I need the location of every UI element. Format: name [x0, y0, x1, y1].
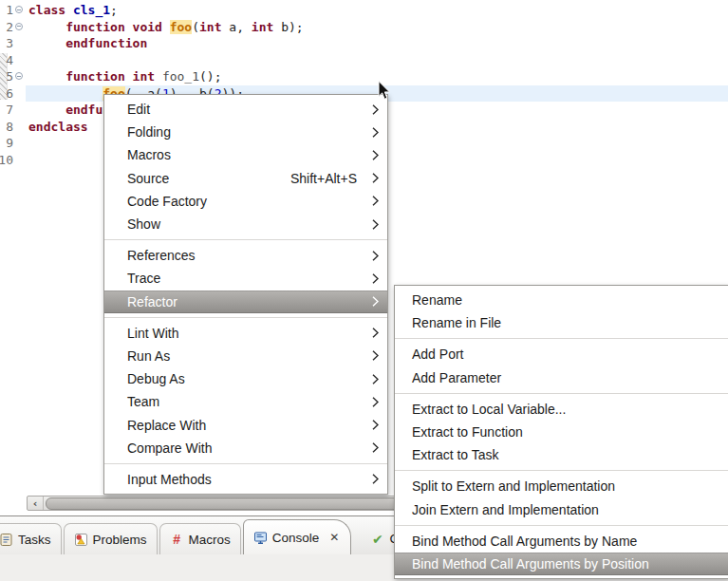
menu-item-edit[interactable]: Edit	[104, 98, 387, 121]
menu-separator	[395, 525, 728, 526]
menu-item-add-port[interactable]: Add Port	[395, 343, 728, 365]
close-icon[interactable]: ✕	[329, 532, 339, 543]
gutter-row: 8	[0, 119, 26, 136]
code-token: class	[28, 3, 73, 17]
tab-macros[interactable]: #Macros	[159, 523, 241, 554]
line-number: 10	[0, 152, 13, 169]
menu-item-folding[interactable]: Folding	[104, 121, 387, 143]
menu-item-label: Folding	[127, 124, 171, 140]
code-token: cls_1	[73, 3, 110, 17]
menu-item-compare-with[interactable]: Compare With	[104, 437, 387, 459]
menu-item-macros[interactable]: Macros	[104, 143, 387, 166]
code-line[interactable]: class cls_1;	[28, 2, 728, 19]
code-token: function int	[65, 69, 162, 84]
menu-item-split-to-extern-and-implementation[interactable]: Split to Extern and Implementation	[395, 475, 728, 497]
check-glyph: ✔	[372, 532, 383, 547]
submenu-arrow-icon	[372, 104, 379, 115]
menu-separator	[395, 470, 728, 471]
menu-item-extract-to-task[interactable]: Extract to Task	[395, 443, 728, 466]
menu-item-input-methods[interactable]: Input Methods	[104, 468, 387, 491]
menu-item-label: Debug As	[127, 371, 185, 386]
menu-item-label: Bind Method Call Arguments by Name	[412, 534, 637, 549]
menu-item-label: References	[127, 248, 196, 263]
code-token	[28, 103, 65, 117]
tab-label: Tasks	[18, 533, 51, 547]
code-line[interactable]: endfunction	[28, 35, 728, 52]
fold-marker-icon[interactable]	[15, 72, 23, 80]
refactor-submenu: RenameRename in FileAdd PortAdd Paramete…	[394, 285, 728, 579]
menu-item-label: Team	[127, 394, 159, 409]
menu-item-show[interactable]: Show	[104, 213, 387, 235]
menu-item-join-extern-and-implementation[interactable]: Join Extern and Implementation	[395, 498, 728, 521]
gutter-row: 10	[0, 152, 26, 169]
menu-item-bind-method-call-arguments-by-name[interactable]: Bind Method Call Arguments by Name	[395, 530, 728, 553]
tab-tasks[interactable]: Tasks	[0, 523, 62, 554]
menu-item-label: Add Parameter	[412, 370, 501, 385]
code-token	[28, 20, 65, 34]
gutter-row: 9	[0, 135, 26, 152]
submenu-arrow-icon	[372, 374, 379, 384]
line-number: 3	[6, 35, 13, 52]
menu-item-label: Show	[127, 216, 160, 232]
menu-item-source[interactable]: SourceShift+Alt+S	[104, 167, 387, 190]
fold-marker-icon[interactable]	[15, 6, 23, 13]
menu-item-refactor[interactable]: Refactor	[104, 290, 387, 313]
ide-window: 12345678910 class cls_1; function void f…	[0, 0, 728, 581]
gutter-row: 5	[0, 68, 26, 85]
menu-item-debug-as[interactable]: Debug As	[104, 367, 387, 390]
line-number: 9	[6, 135, 13, 152]
code-token: a,	[222, 20, 252, 34]
code-line[interactable]	[28, 52, 728, 69]
menu-item-extract-to-local-variable[interactable]: Extract to Local Variable...	[395, 398, 728, 421]
code-token	[28, 69, 65, 84]
menu-item-trace[interactable]: Trace	[104, 267, 387, 290]
menu-item-code-factory[interactable]: Code Factory	[104, 190, 387, 213]
menu-item-run-as[interactable]: Run As	[104, 345, 387, 367]
menu-item-add-parameter[interactable]: Add Parameter	[395, 366, 728, 389]
tab-console[interactable]: Console✕	[243, 519, 352, 554]
problems-icon	[74, 533, 88, 547]
menu-item-references[interactable]: References	[104, 244, 387, 267]
menu-item-team[interactable]: Team	[104, 390, 387, 413]
menu-item-label: Run As	[127, 348, 170, 364]
submenu-arrow-icon	[372, 196, 379, 206]
tab-problems[interactable]: Problems	[64, 523, 158, 554]
submenu-arrow-icon	[372, 273, 379, 284]
gutter-row: 1	[0, 2, 26, 19]
menu-item-label: Trace	[127, 271, 160, 286]
console-icon	[253, 531, 268, 545]
gutter-row: 6	[0, 85, 26, 103]
menu-item-label: Replace With	[127, 418, 206, 433]
code-line[interactable]: function void foo(int a, int b);	[28, 19, 728, 36]
submenu-arrow-icon	[372, 219, 379, 230]
gutter-row: 2	[0, 19, 26, 36]
menu-item-label: Rename in File	[412, 315, 501, 330]
menu-item-label: Source	[127, 171, 169, 186]
fold-marker-icon[interactable]	[15, 23, 23, 30]
gutter: 12345678910	[0, 2, 26, 168]
context-menu: EditFoldingMacrosSourceShift+Alt+SCode F…	[103, 94, 388, 495]
menu-separator	[104, 239, 387, 240]
gutter-row: 7	[0, 102, 26, 119]
menu-item-lint-with[interactable]: Lint With	[104, 322, 387, 345]
tab-label: Console	[272, 531, 320, 545]
menu-item-rename[interactable]: Rename	[395, 289, 728, 311]
submenu-arrow-icon	[372, 296, 379, 307]
menu-item-bind-method-call-arguments-by-position[interactable]: Bind Method Call Arguments by Position	[395, 553, 728, 575]
code-token: ();	[199, 69, 221, 84]
menu-item-extract-to-function[interactable]: Extract to Function	[395, 421, 728, 443]
line-number: 5	[6, 68, 13, 85]
menu-item-rename-in-file[interactable]: Rename in File	[395, 311, 728, 334]
submenu-arrow-icon	[372, 442, 379, 453]
check-icon: ✔	[370, 532, 384, 546]
menu-item-replace-with[interactable]: Replace With	[104, 413, 387, 436]
menu-separator	[104, 317, 387, 318]
menu-item-label: Edit	[127, 102, 150, 117]
menu-item-label: Split to Extern and Implementation	[412, 478, 615, 494]
tab-label: Macros	[189, 533, 231, 547]
hash-icon: #	[170, 533, 184, 547]
code-token: ;	[110, 3, 118, 17]
menu-item-label: Extract to Task	[412, 447, 499, 462]
submenu-arrow-icon	[372, 397, 379, 407]
scroll-left-button[interactable]: ‹	[28, 497, 44, 510]
